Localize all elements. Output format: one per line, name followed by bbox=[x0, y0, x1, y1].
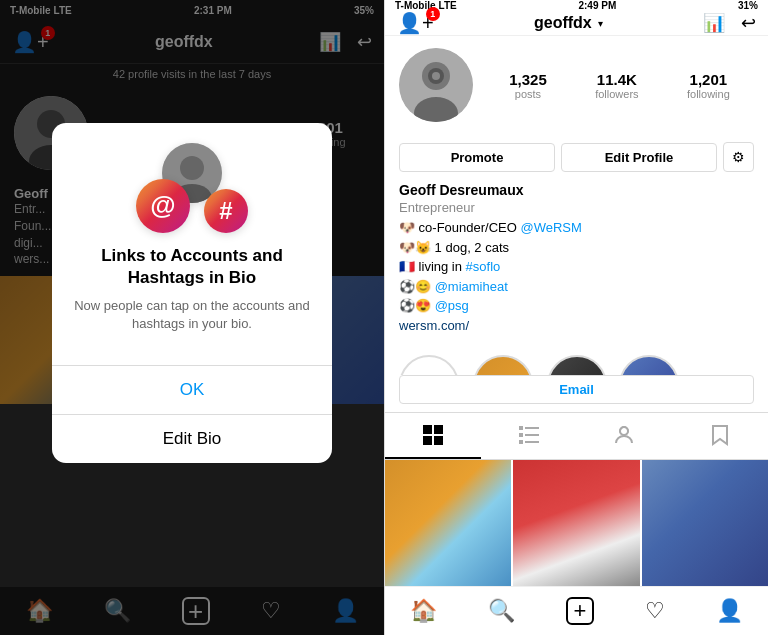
right-following-label: following bbox=[687, 88, 730, 100]
bio-line-4: ⚽😊 @miamiheat bbox=[399, 277, 754, 297]
right-profile-title: Entrepreneur bbox=[399, 200, 754, 215]
svg-rect-22 bbox=[620, 427, 628, 435]
highlights-row: + New Music in Mi... Ektoras Panthers bbox=[385, 343, 768, 375]
right-stat-following: 1,201 following bbox=[687, 71, 730, 100]
svg-point-10 bbox=[432, 72, 440, 80]
right-status-bar: T-Mobile LTE 2:49 PM 31% bbox=[385, 0, 768, 11]
right-followers-number: 11.4K bbox=[597, 71, 637, 88]
dialog-description: Now people can tap on the accounts and h… bbox=[72, 297, 312, 333]
right-username: geoffdx bbox=[534, 14, 592, 32]
bio-line-2: 🐶😺 1 dog, 2 cats bbox=[399, 238, 754, 258]
svg-rect-19 bbox=[519, 440, 523, 444]
highlight-ektoras-circle bbox=[547, 355, 607, 375]
bio-miamiheatlink[interactable]: @miamiheat bbox=[435, 279, 508, 294]
svg-rect-18 bbox=[525, 434, 539, 436]
right-stat-followers: 11.4K followers bbox=[595, 71, 638, 100]
svg-rect-14 bbox=[434, 436, 443, 445]
battery-right: 31% bbox=[738, 0, 758, 11]
dialog-box: @ # Links to Accounts and Hashtags in Bi… bbox=[52, 123, 332, 464]
right-profile-bio: 🐶 co-Founder/CEO @WeRSM 🐶😺 1 dog, 2 cats… bbox=[399, 218, 754, 335]
left-panel: T-Mobile LTE 2:31 PM 35% 👤+ 1 geoffdx 📊 … bbox=[0, 0, 384, 635]
svg-rect-15 bbox=[519, 426, 523, 430]
right-stat-posts: 1,325 posts bbox=[509, 71, 547, 100]
highlight-panthers[interactable]: Panthers bbox=[619, 355, 679, 375]
email-button[interactable]: Email bbox=[399, 375, 754, 404]
dialog-overlay: @ # Links to Accounts and Hashtags in Bi… bbox=[0, 0, 384, 635]
right-posts-number: 1,325 bbox=[509, 71, 547, 88]
dialog-content: @ # Links to Accounts and Hashtags in Bi… bbox=[52, 123, 332, 350]
bio-website: wersm.com/ bbox=[399, 316, 754, 336]
right-stats-group: 1,325 posts 11.4K followers 1,201 follow… bbox=[485, 71, 754, 100]
right-photo-legs[interactable] bbox=[642, 460, 768, 586]
hash-icon: # bbox=[204, 189, 248, 233]
right-username-group: geoffdx ▾ bbox=[534, 14, 603, 32]
right-photos-grid bbox=[385, 460, 768, 586]
right-avatar bbox=[399, 48, 473, 122]
svg-rect-16 bbox=[525, 427, 539, 429]
right-photo-desert[interactable] bbox=[385, 460, 511, 586]
highlight-panthers-circle bbox=[619, 355, 679, 375]
right-posts-label: posts bbox=[515, 88, 541, 100]
right-tab-heart[interactable]: ♡ bbox=[645, 598, 665, 624]
graph-icon-right[interactable]: 📊 bbox=[703, 12, 725, 34]
dialog-title: Links to Accounts and Hashtags in Bio bbox=[72, 245, 312, 289]
bio-soflolink[interactable]: #soflo bbox=[466, 259, 501, 274]
right-profile-name: Geoff Desreumaux bbox=[399, 182, 754, 198]
right-tab-home[interactable]: 🏠 bbox=[410, 598, 437, 624]
tab-grid[interactable] bbox=[385, 413, 481, 459]
tab-saved[interactable] bbox=[672, 413, 768, 459]
svg-rect-11 bbox=[423, 425, 432, 434]
highlight-music[interactable]: Music in Mi... bbox=[471, 355, 535, 375]
content-tabs bbox=[385, 412, 768, 460]
highlight-add-circle: + bbox=[399, 355, 459, 375]
bio-wersmlink[interactable]: @WeRSM bbox=[521, 220, 582, 235]
dialog-ok-button[interactable]: OK bbox=[52, 366, 332, 415]
notification-badge-right: 1 bbox=[426, 7, 440, 21]
right-nav-icons: 📊 ↩ bbox=[703, 12, 756, 34]
right-profile-info: Geoff Desreumaux Entrepreneur 🐶 co-Found… bbox=[385, 180, 768, 343]
bio-line-3: 🇫🇷 living in #soflo bbox=[399, 257, 754, 277]
svg-rect-13 bbox=[423, 436, 432, 445]
svg-rect-12 bbox=[434, 425, 443, 434]
svg-rect-17 bbox=[519, 433, 523, 437]
tab-list[interactable] bbox=[481, 413, 577, 459]
bio-psglink[interactable]: @psg bbox=[435, 298, 469, 313]
right-tab-bar: 🏠 🔍 + ♡ 👤 bbox=[385, 586, 768, 635]
bio-line-5: ⚽😍 @psg bbox=[399, 296, 754, 316]
right-top-nav: 👤+ 1 geoffdx ▾ 📊 ↩ bbox=[385, 11, 768, 36]
website-link[interactable]: wersm.com/ bbox=[399, 318, 469, 333]
at-icon: @ bbox=[136, 179, 190, 233]
highlight-new[interactable]: + New bbox=[399, 355, 459, 375]
right-panel: T-Mobile LTE 2:49 PM 31% 👤+ 1 geoffdx ▾ … bbox=[384, 0, 768, 635]
highlight-music-circle bbox=[473, 355, 533, 375]
dialog-icons: @ # bbox=[132, 143, 252, 233]
dialog-edit-button[interactable]: Edit Bio bbox=[52, 415, 332, 463]
chevron-down-icon: ▾ bbox=[598, 18, 603, 29]
time-right: 2:49 PM bbox=[578, 0, 616, 11]
settings-button[interactable]: ⚙ bbox=[723, 142, 754, 172]
right-tab-profile[interactable]: 👤 bbox=[716, 598, 743, 624]
promote-button[interactable]: Promote bbox=[399, 143, 555, 172]
edit-profile-button[interactable]: Edit Profile bbox=[561, 143, 717, 172]
profile-action-buttons: Promote Edit Profile ⚙ bbox=[385, 134, 768, 180]
history-icon-right[interactable]: ↩ bbox=[741, 12, 756, 34]
bio-line-1: 🐶 co-Founder/CEO @WeRSM bbox=[399, 218, 754, 238]
network-right: LTE bbox=[439, 0, 457, 11]
right-profile-stats: 1,325 posts 11.4K followers 1,201 follow… bbox=[385, 36, 768, 134]
right-tab-add[interactable]: + bbox=[566, 597, 594, 625]
tab-tagged[interactable] bbox=[577, 413, 673, 459]
svg-rect-20 bbox=[525, 441, 539, 443]
right-tab-search[interactable]: 🔍 bbox=[488, 598, 515, 624]
right-photo-red-wall[interactable] bbox=[513, 460, 639, 586]
add-person-wrapper-right[interactable]: 👤+ 1 bbox=[397, 11, 434, 35]
highlight-ektoras[interactable]: Ektoras bbox=[547, 355, 607, 375]
svg-point-4 bbox=[180, 156, 204, 180]
right-followers-label: followers bbox=[595, 88, 638, 100]
right-following-number: 1,201 bbox=[690, 71, 728, 88]
